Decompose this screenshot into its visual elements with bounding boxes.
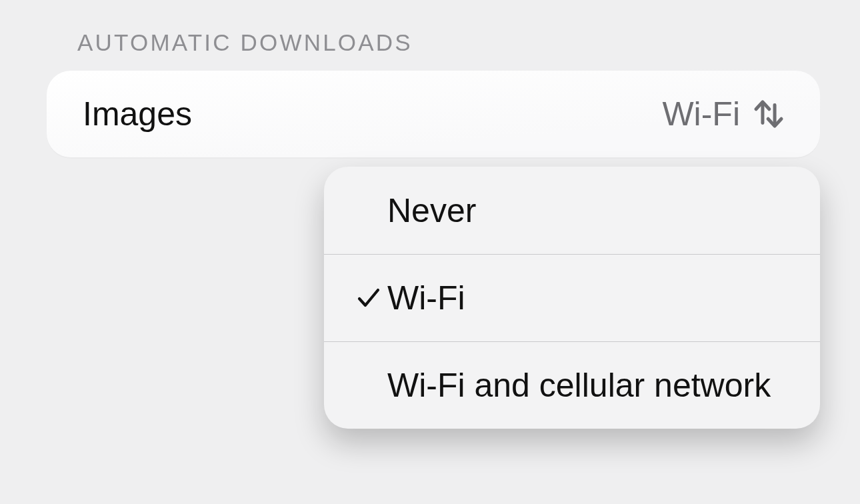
setting-label: Images — [83, 95, 192, 133]
menu-option-label: Wi-Fi — [387, 279, 793, 317]
menu-option-wifi[interactable]: Wi-Fi — [324, 254, 820, 341]
menu-option-label: Never — [387, 191, 793, 230]
menu-option-label: Wi-Fi and cellular network — [387, 366, 793, 405]
setting-value-wrap: Wi-Fi — [662, 95, 788, 133]
menu-option-wifi-cellular[interactable]: Wi-Fi and cellular network — [324, 341, 820, 429]
checkmark-icon — [357, 287, 380, 309]
menu-option-never[interactable]: Never — [324, 167, 820, 254]
setting-value-text: Wi-Fi — [662, 95, 740, 133]
section-header: AUTOMATIC DOWNLOADS — [77, 29, 820, 56]
checkmark-slot — [357, 287, 387, 309]
setting-row-images[interactable]: Images Wi-Fi — [47, 71, 820, 157]
up-down-arrows-icon — [749, 95, 788, 133]
dropdown-menu: Never Wi-Fi Wi-Fi and cellular network — [324, 167, 820, 429]
